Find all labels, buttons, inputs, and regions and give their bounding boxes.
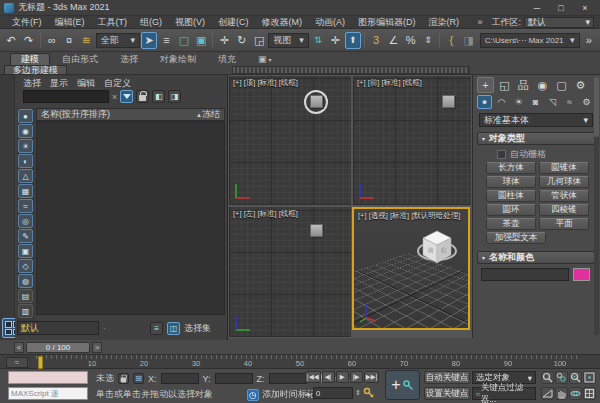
select-object-icon[interactable]: ➤	[141, 32, 157, 49]
edit-named-sets-icon[interactable]: ≡	[150, 322, 163, 335]
menu-file[interactable]: 文件(F)	[6, 16, 48, 29]
button-sphere[interactable]: 球体	[486, 176, 536, 188]
redo-icon[interactable]: ↷	[20, 32, 36, 49]
select-and-rotate-icon[interactable]: ↻	[234, 32, 250, 49]
ribbon-subtab-polygon-modeling[interactable]: 多边形建模	[4, 65, 67, 75]
column-name[interactable]: 名称(按升序排序)	[41, 108, 110, 121]
select-by-name-icon[interactable]: ≡	[158, 32, 174, 49]
zoom-all-icon[interactable]	[555, 371, 568, 384]
filter-groups-icon[interactable]: ◎	[18, 214, 33, 228]
next-frame-button[interactable]: |▶	[350, 371, 363, 383]
maxscript-listener-label[interactable]: MAXScript 迷	[8, 387, 88, 400]
track-bar[interactable]: ≈ 10 20 30 40 50 60 70 80 90 100	[0, 354, 600, 369]
explorer-search-input[interactable]	[23, 90, 109, 103]
scene-object-list[interactable]	[36, 121, 225, 315]
selection-set-dropdown[interactable]: 默认	[17, 321, 99, 335]
selection-lock-icon[interactable]	[118, 373, 129, 384]
tab-display[interactable]: ▢	[553, 77, 570, 93]
filter-bones-icon[interactable]: ▣	[18, 244, 33, 258]
button-box[interactable]: 长方体	[486, 162, 536, 174]
go-to-end-button[interactable]: ▶▶|	[364, 371, 380, 383]
snap-toggle-3d-icon[interactable]: 3	[368, 32, 384, 49]
previous-frame-button[interactable]: ◀|	[322, 371, 335, 383]
category-space-warps-icon[interactable]: ≈	[562, 95, 577, 109]
undo-icon[interactable]: ↶	[3, 32, 19, 49]
set-keys-button[interactable]: +	[385, 370, 420, 400]
x-coordinate-field[interactable]	[161, 373, 199, 384]
category-helpers-icon[interactable]: ◹	[545, 95, 560, 109]
toolbar-overflow-chevron[interactable]: »	[581, 32, 597, 49]
button-tube[interactable]: 管状体	[539, 190, 589, 202]
ribbon-tab-freeform[interactable]: 自由形式	[52, 53, 108, 65]
tab-utilities[interactable]: ⚙	[572, 77, 589, 93]
viewport-left[interactable]: [+] [左] [标准] [线框]	[229, 207, 351, 337]
filter-misc-icon[interactable]: ▥	[18, 304, 33, 318]
button-geosphere[interactable]: 几何球体	[539, 176, 589, 188]
object-name-input[interactable]	[481, 268, 569, 281]
workspace-dropdown[interactable]: 默认 ▾	[524, 17, 594, 28]
menu-rendering[interactable]: 渲染(R)	[423, 16, 466, 29]
filter-geometry-icon[interactable]: ◉	[18, 124, 33, 138]
y-coordinate-field[interactable]	[215, 373, 253, 384]
pan-hand-icon[interactable]	[555, 387, 568, 400]
select-and-place-icon[interactable]: ⬆	[345, 32, 361, 49]
use-pivot-center-icon[interactable]: ⇅	[310, 32, 326, 49]
previous-frame-button[interactable]: <	[14, 342, 24, 353]
explorer-menu-edit[interactable]: 编辑	[77, 77, 95, 90]
frame-spinner-icon[interactable]: ⇕	[355, 389, 361, 397]
window-crossing-icon[interactable]: ▣	[193, 32, 209, 49]
explorer-menu-select[interactable]: 选择	[23, 77, 41, 90]
explorer-column-header[interactable]: 名称(按升序排序) ▲ 冻结	[36, 108, 225, 121]
ribbon-tab-populate[interactable]: 填充	[208, 53, 246, 65]
viewcube-icon[interactable]: 前 右	[414, 221, 460, 267]
column-frozen[interactable]: 冻结	[202, 108, 220, 121]
angle-snap-icon[interactable]: ∠	[385, 32, 401, 49]
filter-cameras-icon[interactable]: ◐	[18, 154, 33, 168]
ribbon-tab-object-paint[interactable]: 对象绘制	[150, 53, 206, 65]
reference-coordinate-dropdown[interactable]: 视图 ▾	[268, 33, 309, 48]
filter-helpers-icon[interactable]: △	[18, 169, 33, 183]
select-and-manipulate-icon[interactable]: ✛	[327, 32, 343, 49]
filter-containers-icon[interactable]: ◇	[18, 259, 33, 273]
menu-animation[interactable]: 动画(A)	[309, 16, 351, 29]
maximize-button[interactable]: □	[550, 1, 572, 14]
ribbon-collapsed-strip[interactable]	[232, 66, 470, 74]
category-shapes-icon[interactable]: ◠	[494, 95, 509, 109]
primitive-type-dropdown[interactable]: 标准基本体 ▾	[479, 113, 593, 127]
filter-materials-icon[interactable]: ◍	[18, 274, 33, 288]
viewport-top-label[interactable]: [+] [顶] [标准] [线框]	[233, 78, 298, 88]
zoom-extents-icon[interactable]	[569, 371, 582, 384]
percent-snap-icon[interactable]: %	[403, 32, 419, 49]
current-frame-marker[interactable]	[38, 356, 43, 369]
set-key-button[interactable]: 设置关键点	[424, 387, 470, 400]
viewcube-icon[interactable]	[310, 95, 323, 108]
button-torus[interactable]: 圆环	[486, 204, 536, 216]
rollout-object-type[interactable]: ▾ 对象类型	[477, 132, 595, 145]
viewcube-icon[interactable]	[310, 224, 323, 237]
bind-to-space-warp-icon[interactable]: ≋	[78, 32, 94, 49]
selection-filter-dropdown[interactable]: 全部 ▾	[96, 33, 140, 48]
absolute-mode-icon[interactable]: ⊞	[133, 373, 144, 384]
panel-scrollbar[interactable]	[594, 77, 599, 335]
button-cylinder[interactable]: 圆柱体	[486, 190, 536, 202]
rollout-name-color[interactable]: ▾ 名称和颜色	[477, 251, 595, 264]
z-coordinate-field[interactable]	[269, 373, 307, 384]
filter-shapes-icon[interactable]: ▦	[18, 184, 33, 198]
category-systems-icon[interactable]: ⚙	[579, 95, 594, 109]
lock-icon[interactable]	[136, 90, 149, 103]
track-bar-ruler[interactable]: 10 20 30 40 50 60 70 80 90 100	[36, 355, 580, 370]
tab-create[interactable]: +	[477, 77, 494, 93]
menu-group[interactable]: 组(G)	[134, 16, 168, 29]
select-influences-icon[interactable]: ◨	[168, 90, 181, 103]
category-lights-icon[interactable]: ☀	[511, 95, 526, 109]
viewport-left-label[interactable]: [+] [左] [标准] [线框]	[233, 209, 298, 219]
viewport-perspective-label[interactable]: [+] [透视] [标准] [默认明暗处理]	[358, 211, 460, 221]
filter-layers-icon[interactable]: ▤	[18, 289, 33, 303]
menu-graph-editors[interactable]: 图形编辑器(D)	[352, 16, 422, 29]
button-cone[interactable]: 圆锥体	[539, 162, 589, 174]
autogrid-checkbox[interactable]	[497, 150, 506, 159]
current-frame-field[interactable]	[313, 387, 353, 399]
minimize-button[interactable]: ─	[526, 1, 548, 14]
object-color-swatch[interactable]	[573, 268, 590, 281]
orbit-icon[interactable]	[569, 387, 582, 400]
